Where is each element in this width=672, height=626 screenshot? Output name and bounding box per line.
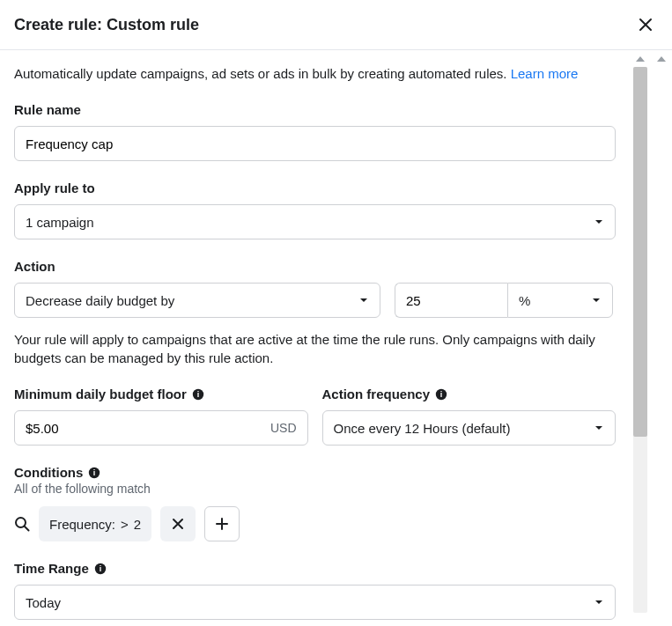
apply-to-label: Apply rule to — [14, 180, 616, 195]
caret-down-icon — [591, 295, 602, 306]
search-icon[interactable] — [14, 516, 30, 532]
add-condition-button[interactable] — [204, 506, 240, 541]
caret-down-icon — [594, 423, 604, 433]
min-floor-group: Minimum daily budget floor i USD — [14, 387, 308, 446]
action-label: Action — [14, 259, 616, 274]
caret-down-icon — [594, 217, 604, 227]
condition-field: Frequency: — [49, 517, 115, 532]
scroll-up-icon — [657, 56, 666, 62]
learn-more-link[interactable]: Learn more — [511, 66, 579, 81]
scroll-up-icon — [636, 56, 645, 62]
condition-value: 2 — [134, 517, 141, 532]
scrollbar-area — [630, 51, 672, 613]
action-unit-value: % — [519, 293, 530, 308]
modal-content: Automatically update campaigns, ad sets … — [0, 50, 630, 626]
action-group: Action Decrease daily budget by % — [14, 259, 616, 367]
rule-name-group: Rule name — [14, 102, 616, 161]
modal-header: Create rule: Custom rule — [0, 0, 672, 50]
action-type-value: Decrease daily budget by — [26, 293, 174, 308]
info-icon[interactable]: i — [435, 388, 447, 401]
condition-op: > — [121, 517, 129, 532]
svg-line-7 — [25, 527, 29, 531]
create-rule-modal: Create rule: Custom rule Automatically u… — [0, 0, 672, 626]
scrollbar-thumb[interactable] — [633, 67, 647, 437]
remove-condition-button[interactable] — [160, 506, 196, 541]
svg-text:i: i — [197, 390, 200, 399]
svg-text:i: i — [440, 390, 443, 399]
min-floor-label-text: Minimum daily budget floor — [14, 387, 187, 401]
apply-to-select[interactable]: 1 campaign — [14, 204, 616, 239]
action-helper-text: Your rule will apply to campaigns that a… — [14, 330, 616, 367]
condition-chip[interactable]: Frequency: > 2 — [39, 506, 151, 541]
intro-text: Automatically update campaigns, ad sets … — [14, 64, 616, 83]
rule-name-input[interactable] — [14, 126, 616, 161]
svg-text:i: i — [99, 564, 101, 573]
conditions-group: Conditions i All of the following match … — [14, 465, 616, 541]
floor-frequency-row: Minimum daily budget floor i USD Action … — [14, 387, 616, 446]
conditions-label-text: Conditions — [14, 465, 83, 480]
action-value-group: % — [395, 283, 613, 318]
action-frequency-label-text: Action frequency — [322, 387, 431, 401]
action-frequency-label: Action frequency i — [322, 387, 617, 401]
info-icon[interactable]: i — [94, 563, 107, 575]
info-icon[interactable]: i — [192, 388, 204, 401]
action-frequency-group: Action frequency i Once every 12 Hours (… — [322, 387, 617, 446]
min-floor-currency: USD — [270, 421, 297, 435]
time-range-select[interactable]: Today — [14, 585, 616, 620]
conditions-row: Frequency: > 2 — [14, 506, 616, 541]
caret-down-icon — [358, 295, 369, 306]
close-button[interactable] — [633, 12, 658, 37]
intro-copy: Automatically update campaigns, ad sets … — [14, 66, 511, 81]
conditions-label: Conditions i — [14, 465, 616, 480]
action-frequency-select[interactable]: Once every 12 Hours (default) — [322, 410, 617, 446]
action-amount-input[interactable] — [395, 283, 507, 318]
time-range-group: Time Range i Today — [14, 561, 616, 620]
scrollbar-track — [633, 67, 647, 613]
min-floor-input-wrap[interactable]: USD — [14, 410, 308, 446]
conditions-subtext: All of the following match — [14, 482, 616, 496]
close-icon — [637, 16, 654, 33]
time-range-value: Today — [26, 595, 61, 610]
min-floor-label: Minimum daily budget floor i — [14, 387, 308, 401]
apply-to-group: Apply rule to 1 campaign — [14, 180, 616, 239]
apply-to-value: 1 campaign — [26, 215, 94, 230]
vertical-scrollbar[interactable] — [630, 51, 651, 613]
modal-title: Create rule: Custom rule — [14, 16, 199, 34]
time-range-label: Time Range i — [14, 561, 616, 576]
min-floor-input[interactable] — [26, 421, 270, 436]
vertical-scrollbar-secondary[interactable] — [651, 51, 672, 613]
action-type-select[interactable]: Decrease daily budget by — [14, 283, 380, 318]
close-icon — [171, 517, 185, 531]
rule-name-label: Rule name — [14, 102, 616, 117]
caret-down-icon — [594, 597, 604, 608]
action-unit-select[interactable]: % — [507, 283, 613, 318]
info-icon[interactable]: i — [88, 467, 100, 479]
plus-icon — [215, 517, 229, 531]
time-range-label-text: Time Range — [14, 561, 89, 576]
action-frequency-value: Once every 12 Hours (default) — [334, 421, 511, 436]
svg-text:i: i — [93, 468, 96, 477]
